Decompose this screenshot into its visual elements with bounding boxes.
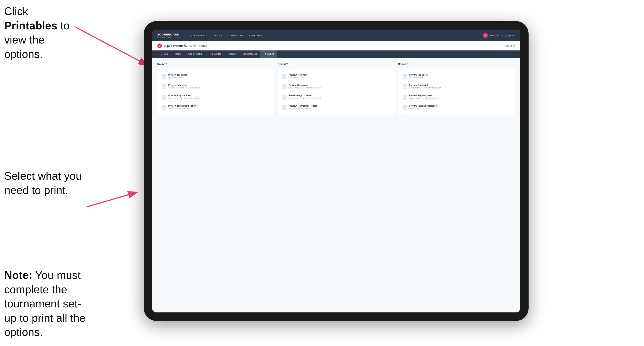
round-2-scorecard[interactable]: 📄 Preview Scorecard Course setup + Tee S… [281,82,391,91]
tab-printables[interactable]: Printables [260,50,278,58]
round-3-column: Round 3 📄 Preview Tee Sheet Tee Sheet re… [398,63,515,115]
cancel-button[interactable]: Cancel ✕ [505,44,515,47]
tab-results[interactable]: Results [224,50,239,58]
item-title: Preview Raguzzi Sheet [288,94,320,97]
sign-out-button[interactable]: Sign out [507,34,515,37]
item-subtitle: Tee Sheet required [168,76,187,79]
user-area: B blair@clippd.io | Sign out [483,33,515,38]
round-3-tournament-report[interactable]: 📄 Preview Tournament Report Round Comple… [402,103,512,112]
item-subtitle: Course setup + Tee Sheet data required [168,97,200,99]
tournament-name: Clippd Invitational [164,44,188,47]
user-email: blair@clippd.io [490,34,504,37]
item-subtitle: Round Completion required [168,107,196,110]
instruction-middle: Select what youneed to print. [4,169,82,197]
item-title: Preview Tournament Report [288,105,317,107]
note-bold: Note: [4,269,32,281]
doc-icon: 📄 [162,95,166,100]
scoreboard-logo: SCOREBOARD [157,33,179,36]
item-title: Preview Raguzzi Sheet [168,94,200,97]
round-2-card: 📄 Preview Tee Sheet Tee Sheet required 📄… [278,69,394,115]
svg-line-1 [76,27,148,65]
doc-icon: 📄 [403,84,407,89]
item-title: Preview Tournament Report [409,105,437,107]
user-avatar: B [483,33,488,38]
item-subtitle: Course setup + Tee Sheet data required [288,97,320,99]
doc-icon: 📄 [403,74,407,79]
item-title: Preview Tee Sheet [409,74,428,76]
doc-icon: 📄 [282,74,286,79]
round-1-scorecard[interactable]: 📄 Preview Scorecard Course setup + Tee S… [161,82,271,91]
printables-bold: Printables [4,19,57,32]
tournament-logo: C [157,43,162,48]
rounds-grid: Round 1 📄 Preview Tee Sheet Tee Sheet re… [157,63,515,115]
round-3-title: Round 3 [398,63,515,66]
round-1-card: 📄 Preview Tee Sheet Tee Sheet required 📄… [157,69,274,115]
item-subtitle: Round Completion required [409,107,437,110]
item-title: Preview Scorecard [288,84,320,86]
tournament-name-area: C Clippd Invitational (Men) Hosting [157,43,207,48]
item-title: Preview Tee Sheet [168,74,187,76]
main-content: Round 1 📄 Preview Tee Sheet Tee Sheet re… [152,58,520,313]
item-subtitle: Tee Sheet required [288,76,307,79]
round-3-raguzzi[interactable]: 📄 Preview Raguzzi Sheet Course setup + T… [402,93,512,101]
round-2-tournament-report[interactable]: 📄 Preview Tournament Report Round Comple… [281,103,391,112]
top-nav: SCOREBOARD Powered by clippd TOURNAMENTS… [152,29,520,41]
arrow-middle-icon [84,190,144,211]
tournament-status: Hosting [199,45,207,47]
doc-icon: 📄 [403,105,407,110]
item-subtitle: Course setup + Tee Sheet data required [168,87,200,89]
top-nav-items: TOURNAMENTS TEAMS COMMITTEE RANKINGS [186,33,483,38]
item-subtitle: Round Completion required [288,107,317,110]
item-subtitle: Tee Sheet required [409,76,428,79]
tablet-screen: SCOREBOARD Powered by clippd TOURNAMENTS… [152,29,520,313]
tab-course-setup[interactable]: Course Setup [185,50,206,58]
svg-line-3 [87,192,138,207]
logo-area: SCOREBOARD Powered by clippd [157,33,179,38]
tab-teams[interactable]: Teams [171,50,185,58]
round-1-title: Round 1 [157,63,274,66]
round-2-column: Round 2 📄 Preview Tee Sheet Tee Sheet re… [278,63,394,115]
sign-out-link[interactable]: | [505,34,506,37]
tab-details[interactable]: Details [157,50,171,58]
instruction-bottom: Note: You must complete the tournament s… [4,268,89,340]
round-3-tee-sheet[interactable]: 📄 Preview Tee Sheet Tee Sheet required [402,72,512,81]
item-title: Preview Scorecard [168,84,200,86]
round-1-tee-sheet[interactable]: 📄 Preview Tee Sheet Tee Sheet required [161,72,271,81]
tablet: SCOREBOARD Powered by clippd TOURNAMENTS… [144,21,528,321]
nav-committee[interactable]: COMMITTEE [226,33,246,38]
powered-by: Powered by clippd [157,36,179,38]
round-1-tournament-report[interactable]: 📄 Preview Tournament Report Round Comple… [161,103,271,112]
round-2-title: Round 2 [278,63,394,66]
doc-icon: 📄 [282,105,286,110]
tab-tee-groups[interactable]: Tee Groups [206,50,224,58]
round-2-tee-sheet[interactable]: 📄 Preview Tee Sheet Tee Sheet required [281,72,391,81]
round-3-card: 📄 Preview Tee Sheet Tee Sheet required 📄… [398,69,515,115]
doc-icon: 📄 [282,84,286,89]
round-1-raguzzi[interactable]: 📄 Preview Raguzzi Sheet Course setup + T… [161,93,271,101]
doc-icon: 📄 [162,84,166,89]
item-subtitle: Course setup + Tee Sheet data required [409,87,441,89]
nav-rankings[interactable]: RANKINGS [246,33,264,38]
tab-leaderboards[interactable]: Leaderboards [239,50,260,58]
nav-tournaments[interactable]: TOURNAMENTS [186,33,210,38]
nav-teams[interactable]: TEAMS [211,33,224,38]
doc-icon: 📄 [162,74,166,79]
item-title: Preview Tournament Report [168,105,196,107]
doc-icon: 📄 [282,95,286,100]
round-3-scorecard[interactable]: 📄 Preview Scorecard Course setup + Tee S… [402,82,512,91]
tournament-badge: (Men) [190,45,196,47]
round-2-raguzzi[interactable]: 📄 Preview Raguzzi Sheet Course setup + T… [281,93,391,101]
round-1-column: Round 1 📄 Preview Tee Sheet Tee Sheet re… [157,63,274,115]
sub-nav: Details Teams Course Setup Tee Groups Re… [152,50,520,58]
doc-icon: 📄 [403,95,407,100]
item-title: Preview Raguzzi Sheet [409,94,441,97]
item-subtitle: Course setup + Tee Sheet data required [409,97,441,99]
item-title: Preview Tee Sheet [288,74,307,76]
item-subtitle: Course setup + Tee Sheet data required [288,87,320,89]
tournament-header: C Clippd Invitational (Men) Hosting Canc… [152,41,520,50]
arrow-top-icon [66,25,154,72]
doc-icon: 📄 [162,105,166,110]
item-title: Preview Scorecard [409,84,441,86]
